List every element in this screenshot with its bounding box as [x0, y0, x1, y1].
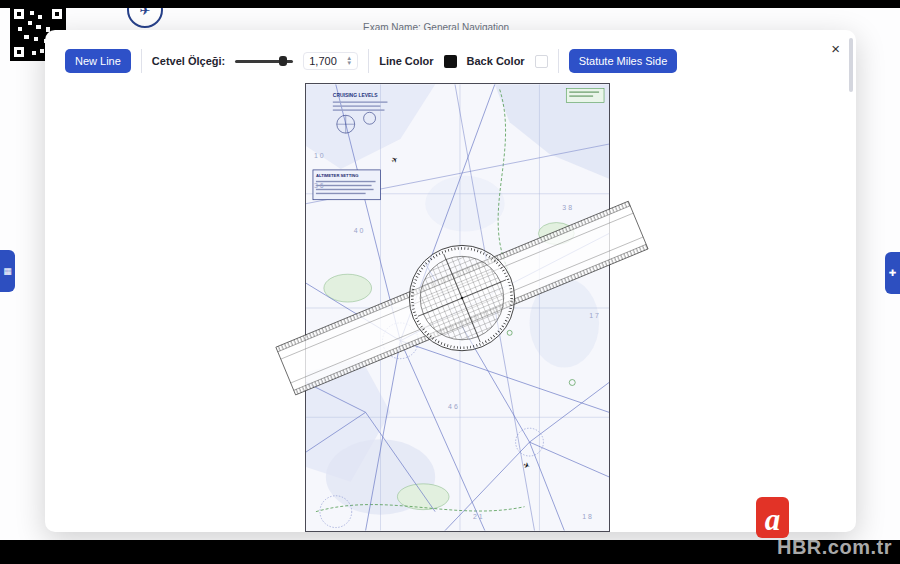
- plotter-tool-modal: New Line Cetvel Ölçeği: ▲ ▼ Line Color B…: [45, 30, 856, 532]
- svg-text:10: 10: [314, 152, 326, 159]
- back-color-swatch[interactable]: [535, 55, 548, 68]
- svg-text:40: 40: [354, 227, 366, 234]
- watermark-logo: a: [756, 497, 789, 538]
- close-icon[interactable]: ×: [831, 40, 840, 57]
- right-panel-tab[interactable]: ✚: [885, 252, 900, 294]
- svg-text:46: 46: [448, 403, 460, 410]
- slider-handle[interactable]: [279, 56, 287, 66]
- ruler-scale-label: Cetvel Ölçeği:: [152, 55, 225, 67]
- toolbar-divider: [141, 49, 142, 73]
- cruising-levels-label: CRUISING LEVELS: [333, 93, 379, 98]
- organization-logo-icon: ✈: [127, 8, 163, 28]
- svg-text:36: 36: [314, 182, 326, 189]
- navigation-chart[interactable]: CRUISING LEVELS ✈ ALTIMETER SETTING: [305, 83, 610, 532]
- back-color-label: Back Color: [467, 55, 525, 67]
- svg-text:17: 17: [589, 312, 601, 319]
- grid-icon: ▦: [3, 266, 12, 276]
- stepper-down-icon[interactable]: ▼: [346, 61, 352, 66]
- toolbar-divider: [558, 49, 559, 73]
- line-color-label: Line Color: [379, 55, 433, 67]
- scale-value-input[interactable]: [309, 55, 343, 67]
- stage: Exam Name: General Navigation ✈ New Line: [0, 0, 900, 564]
- plotter-toolbar: New Line Cetvel Ölçeği: ▲ ▼ Line Color B…: [45, 30, 856, 80]
- move-icon: ✚: [889, 268, 897, 278]
- line-color-swatch[interactable]: [444, 55, 457, 68]
- altimeter-setting-label: ALTIMETER SETTING: [316, 173, 359, 178]
- svg-text:21: 21: [473, 513, 485, 520]
- svg-text:18: 18: [582, 513, 594, 520]
- modal-scrollbar[interactable]: [849, 38, 853, 92]
- watermark-text: HBR.com.tr: [777, 536, 892, 559]
- toolbar-divider: [368, 49, 369, 73]
- ruler-scale-slider[interactable]: [235, 55, 293, 67]
- scale-value-box: ▲ ▼: [303, 52, 358, 70]
- chart-canvas: CRUISING LEVELS ✈ ALTIMETER SETTING: [306, 84, 609, 531]
- left-panel-tab[interactable]: ▦: [0, 250, 15, 292]
- svg-text:38: 38: [562, 204, 574, 211]
- statute-miles-side-button[interactable]: Statute Miles Side: [569, 49, 678, 73]
- new-line-button[interactable]: New Line: [65, 49, 131, 73]
- scale-stepper[interactable]: ▲ ▼: [346, 56, 352, 66]
